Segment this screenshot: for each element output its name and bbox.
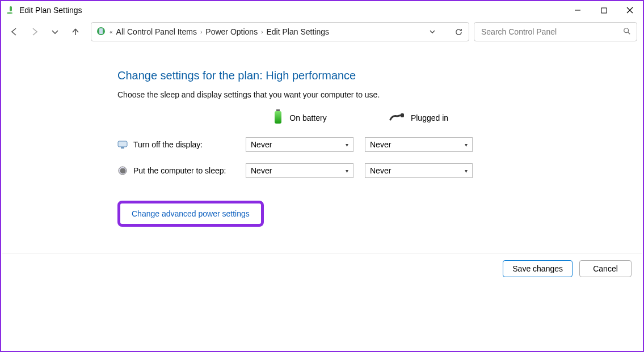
title-bar: Edit Plan Settings <box>1 1 643 19</box>
close-button[interactable] <box>617 2 643 19</box>
svg-point-8 <box>624 28 629 32</box>
svg-rect-13 <box>118 141 127 147</box>
search-input[interactable] <box>480 27 618 37</box>
sleep-plugged-dropdown[interactable]: Never ▾ <box>365 163 473 178</box>
refresh-button[interactable] <box>453 26 464 37</box>
window-controls <box>565 2 643 19</box>
svg-rect-12 <box>401 113 404 117</box>
breadcrumb-overflow-icon[interactable]: « <box>110 29 113 35</box>
svg-point-1 <box>7 12 12 14</box>
maximize-button[interactable] <box>591 2 617 19</box>
back-button[interactable] <box>9 27 19 37</box>
dropdown-value: Never <box>251 140 272 149</box>
app-icon <box>6 5 16 15</box>
dropdown-value: Never <box>370 140 391 149</box>
up-button[interactable] <box>70 27 81 37</box>
svg-line-9 <box>628 32 630 34</box>
sleep-battery-dropdown[interactable]: Never ▾ <box>246 163 353 178</box>
chevron-down-icon: ▾ <box>465 168 468 174</box>
breadcrumb-label: All Control Panel Items <box>116 27 197 36</box>
main-content: Change settings for the plan: High perfo… <box>1 42 643 227</box>
forward-button[interactable] <box>30 27 40 37</box>
control-panel-icon <box>96 26 106 38</box>
sleep-icon <box>117 166 128 176</box>
chevron-down-icon: ▾ <box>346 142 348 148</box>
row-label-text: Turn off the display: <box>133 140 203 149</box>
page-title: Change settings for the plan: High perfo… <box>117 69 643 82</box>
svg-rect-10 <box>276 109 280 111</box>
button-label: Save changes <box>512 264 563 273</box>
svg-rect-14 <box>121 147 124 149</box>
breadcrumb-label: Power Options <box>205 27 258 36</box>
footer-buttons: Save changes Cancel <box>2 253 642 277</box>
save-button[interactable]: Save changes <box>503 260 573 277</box>
search-icon[interactable] <box>623 27 631 37</box>
display-battery-dropdown[interactable]: Never ▾ <box>246 137 353 152</box>
display-plugged-dropdown[interactable]: Never ▾ <box>365 137 473 152</box>
display-icon <box>117 139 128 150</box>
page-subtitle: Choose the sleep and display settings th… <box>117 90 643 99</box>
column-label-plugged: Plugged in <box>411 113 448 122</box>
plug-icon <box>389 112 405 124</box>
svg-rect-11 <box>275 111 281 124</box>
breadcrumb-item[interactable]: All Control Panel Items <box>116 27 197 36</box>
advanced-link-highlight: Change advanced power settings <box>117 201 264 227</box>
row-label-sleep: Put the computer to sleep: <box>117 166 246 176</box>
row-label-text: Put the computer to sleep: <box>133 166 226 175</box>
svg-rect-7 <box>99 28 103 34</box>
button-label: Cancel <box>593 264 618 273</box>
search-box[interactable] <box>474 22 637 41</box>
cancel-button[interactable]: Cancel <box>579 260 632 277</box>
dropdown-value: Never <box>370 166 391 175</box>
chevron-down-icon: ▾ <box>346 168 348 174</box>
advanced-power-settings-link[interactable]: Change advanced power settings <box>132 209 250 218</box>
breadcrumb-label: Edit Plan Settings <box>266 27 329 36</box>
row-label-display: Turn off the display: <box>117 139 246 150</box>
toolbar: « All Control Panel Items › Power Option… <box>1 19 643 42</box>
window-title: Edit Plan Settings <box>19 6 82 15</box>
svg-rect-3 <box>601 8 607 13</box>
column-label-battery: On battery <box>289 113 326 122</box>
minimize-button[interactable] <box>565 2 591 19</box>
chevron-down-icon: ▾ <box>465 142 468 148</box>
svg-rect-0 <box>10 6 12 11</box>
battery-icon <box>272 109 284 126</box>
dropdown-value: Never <box>251 166 272 175</box>
chevron-right-icon: › <box>200 29 202 35</box>
address-bar[interactable]: « All Control Panel Items › Power Option… <box>91 22 469 41</box>
recent-dropdown-button[interactable] <box>50 27 60 37</box>
breadcrumb-item[interactable]: Power Options <box>205 27 258 36</box>
address-dropdown-button[interactable] <box>427 26 438 37</box>
chevron-right-icon: › <box>261 29 263 35</box>
breadcrumb-item[interactable]: Edit Plan Settings <box>266 27 329 36</box>
